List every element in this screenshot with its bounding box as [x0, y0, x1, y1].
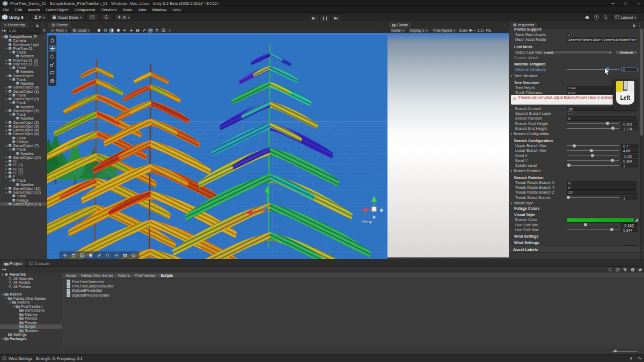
project-folder-packages[interactable]: ▸Packages [0, 337, 62, 341]
maximize-button[interactable]: □ [620, 0, 632, 7]
gizmo-button[interactable] [167, 28, 172, 33]
text-field[interactable]: 22 [567, 190, 636, 195]
file-pinetreegeneratoreditor[interactable]: #PineTreeGeneratorEditor [62, 284, 644, 288]
hierarchy-item-trunk[interactable]: ▾Trunk [0, 78, 47, 82]
project-folder-prefabs[interactable]: Prefabs [0, 316, 62, 321]
aspect-dropdown[interactable]: Free Aspect▾ [431, 28, 457, 33]
hierarchy-item-ff-1[interactable]: ▸FF (1) [0, 167, 47, 171]
project-folder-addons[interactable]: ▾Addons [0, 300, 62, 305]
hierarchy-item-gameobject-13[interactable]: ▸GameObject (13) [0, 202, 47, 206]
project-folder-pinetreegen[interactable]: ▾PineTreeGen [0, 305, 62, 309]
slider-handle[interactable] [567, 196, 570, 199]
hand-tool-button[interactable] [49, 37, 56, 44]
dropdown-select-leaf-mesh[interactable]: Leaf4▾ [542, 50, 613, 55]
play-focused-clipped[interactable]: Pla [486, 28, 491, 32]
hierarchy-item-gameobject-10[interactable]: ▸GameObject (10) [0, 156, 47, 159]
slider-value-field[interactable]: 0.7 [621, 144, 638, 148]
slider-value-field[interactable]: 1.134 [621, 127, 638, 131]
tag-button[interactable] [620, 267, 627, 272]
hierarchy-item-trunk[interactable]: Trunk [0, 136, 47, 140]
hierarchy-scene-row[interactable]: ▾SampleScene_Pi⋮ [0, 35, 47, 39]
project-folder-meshes[interactable]: Meshes [0, 313, 62, 317]
slider-value-field[interactable]: 4.66 [621, 149, 638, 153]
project-folder-assets[interactable]: ▾Assets [0, 292, 62, 297]
menu-tools[interactable]: Tools [122, 8, 132, 12]
scene-menu-icon[interactable]: ⋮ [379, 23, 386, 28]
wire-sphere-button[interactable] [103, 28, 108, 33]
search-button[interactable] [603, 14, 608, 19]
hierarchy-add-button[interactable]: +▾ [1, 28, 6, 33]
eye-button[interactable] [148, 28, 153, 33]
shaded-button[interactable] [109, 28, 114, 33]
scene-options-icon[interactable]: ⋮ [42, 35, 47, 39]
close-button[interactable]: × [633, 0, 644, 7]
step-button[interactable]: ▶| [331, 14, 342, 22]
foldout-branch-rotation[interactable]: ▼Branch Rotation [510, 168, 541, 174]
text-field[interactable]: 0 [567, 116, 636, 121]
file-pinetreegenerator[interactable]: #PineTreeGenerator [62, 279, 644, 284]
menu-services[interactable]: Services [101, 8, 116, 12]
speaker-button[interactable] [122, 28, 127, 33]
perspective-label[interactable]: ‹ Persp [361, 220, 372, 224]
menu-edit[interactable]: Edit [15, 8, 22, 12]
foldout-branch-configuration[interactable]: ▼Branch Configuration [510, 131, 549, 137]
breadcrumb-assets[interactable]: Assets [65, 274, 76, 277]
scale-slider[interactable] [469, 30, 476, 31]
hierarchy-item-gameobject-9[interactable]: ▾GameObject (9) [0, 97, 47, 101]
slider-value-field[interactable]: 1 [621, 196, 638, 200]
project-folder-fables-alive-games[interactable]: ▾Fables Alive Games [0, 297, 62, 301]
hierarchy-item-needles[interactable]: Needles [0, 183, 47, 187]
hierarchy-item-ff-2[interactable]: ▸FF (2) [0, 171, 47, 175]
asset-store-dropdown[interactable]: Asset Store▾ [49, 13, 84, 21]
image-button[interactable] [78, 253, 86, 258]
hierarchy-item-trunk[interactable]: ▾Trunk [0, 179, 47, 182]
hierarchy-item-gameobject-3[interactable]: ▸GameObject (3) [0, 121, 47, 124]
layers-button[interactable] [70, 253, 77, 258]
slider-handle[interactable] [590, 149, 593, 152]
hierarchy-item-gameobject-12[interactable]: ▾GameObject (12) [0, 190, 47, 194]
camera-button[interactable] [135, 28, 140, 33]
sparkle-button[interactable] [128, 28, 134, 33]
scene-viewport[interactable]: ‹ Persp [47, 33, 387, 259]
menu-jobs[interactable]: Jobs [138, 8, 147, 12]
slider-value-field[interactable]: 1 [621, 164, 638, 168]
hierarchy-item-pinetree-01-1[interactable]: ▾PineTree.01 (1) [0, 62, 47, 66]
slider-track[interactable] [567, 165, 619, 166]
game-mode-dropdown[interactable]: Game▾ [389, 28, 406, 33]
slider-value-field[interactable]: 0.391 [621, 122, 638, 126]
hierarchy-item-pinetree-01-2[interactable]: ▸PineTree.01 (2) [0, 58, 47, 62]
search-button[interactable] [104, 253, 112, 258]
refresh-button[interactable]: Refresh [616, 50, 638, 55]
menu-component[interactable]: Component [75, 8, 96, 12]
menu-window[interactable]: Window [152, 8, 167, 12]
hierarchy-item-trunk[interactable]: ▾Trunk [0, 147, 47, 151]
camera-button[interactable] [121, 253, 129, 258]
breadcrumb-pinetreegen[interactable]: PineTreeGen [135, 274, 156, 277]
breadcrumb-fables-alive-games[interactable]: Fables Alive Games [81, 274, 113, 277]
slider-handle[interactable] [591, 154, 594, 157]
hierarchy-item-gameobject-4[interactable]: ▸GameObject (4) [0, 128, 47, 132]
rotate-tool-button[interactable] [49, 53, 56, 60]
slider-value-field[interactable]: 8 [621, 68, 638, 72]
collab-icon[interactable] [100, 13, 112, 21]
search-button[interactable] [605, 267, 612, 272]
hierarchy-item-gameobject-5[interactable]: ▸GameObject (5) [0, 124, 47, 128]
hierarchy-item-needles[interactable]: Needles [0, 82, 47, 85]
breadcrumb-addons[interactable]: Addons [118, 274, 130, 277]
hierarchy-item-needles[interactable]: Needles [0, 105, 47, 109]
hierarchy-item-f[interactable]: ▾F [0, 175, 47, 179]
foldout-tree-structure[interactable]: ▼Tree Structure [510, 73, 538, 79]
tab-project[interactable]: Project [1, 261, 25, 267]
pan-button[interactable] [113, 253, 120, 258]
sphere-button[interactable] [115, 28, 121, 33]
hierarchy-item-trunk[interactable]: ▾Trunk [0, 50, 47, 54]
tab-hierarchy[interactable]: ≡Hierarchy [1, 22, 28, 28]
text-field[interactable]: Assets/Fables Alive Games/Addons/PineTre… [567, 38, 636, 42]
project-folder-all-materials[interactable]: All Materials [0, 277, 62, 281]
project-folder-favorites[interactable]: ▾Favorites [0, 272, 62, 277]
slider-track[interactable] [567, 197, 619, 198]
breadcrumb-scripts[interactable]: Scripts [160, 274, 173, 277]
project-folder-presets[interactable]: Presets [0, 321, 62, 325]
project-folder-demoscene[interactable]: DemoScene [0, 308, 62, 313]
text-field[interactable]: 0 [567, 186, 636, 190]
